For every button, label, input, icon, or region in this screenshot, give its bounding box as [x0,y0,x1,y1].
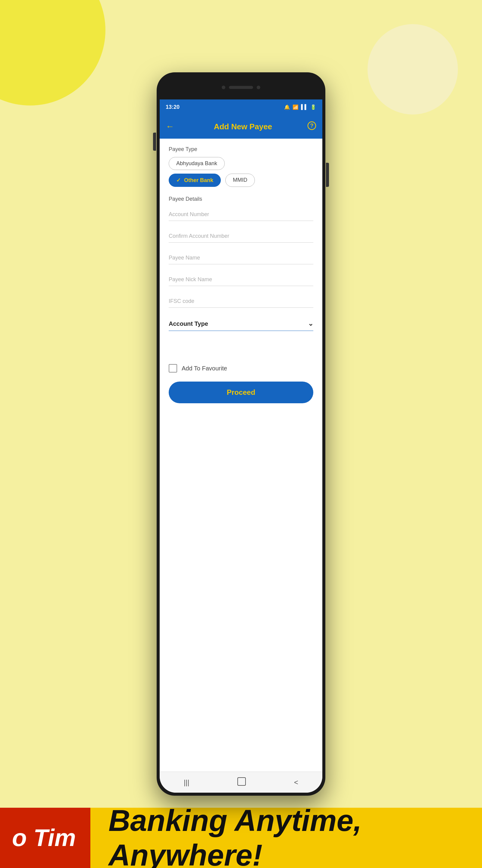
bg-blob-bottom-left [30,733,105,808]
help-button[interactable]: ? [307,121,316,132]
menu-nav-button[interactable]: ||| [184,778,190,786]
payee-name-input[interactable] [169,252,313,264]
confirm-account-number-input[interactable] [169,230,313,243]
mmid-label: MMID [233,177,247,183]
proceed-button[interactable]: Proceed [169,381,313,403]
phone-notch [214,83,268,92]
abhyudaya-label: Abhyudaya Bank [176,160,217,166]
bottom-banner-red: o Tim [0,808,90,868]
favourite-checkbox[interactable] [169,364,177,373]
account-type-label: Account Type [169,320,208,327]
payee-type-row-2: ✓ Other Bank MMID [169,174,313,187]
payee-nick-name-input[interactable] [169,273,313,286]
camera-dot [222,86,225,89]
status-bar: 13:20 🔔 📶 ▌▌ 🔋 [160,99,322,115]
other-bank-label: Other Bank [184,177,213,183]
page-title: Add New Payee [179,122,307,131]
favourite-row: Add To Favourite [169,364,313,373]
status-icons: 🔔 📶 ▌▌ 🔋 [284,104,316,110]
account-number-field [169,208,313,221]
back-nav-button[interactable]: < [294,778,298,786]
payee-type-label: Payee Type [169,146,313,153]
bottom-nav: ||| < [160,772,322,793]
check-icon: ✓ [176,177,181,183]
speaker-bar [229,86,253,89]
account-type-dropdown[interactable]: Account Type ⌄ [169,317,313,331]
alarm-icon: 🔔 [284,104,290,110]
payee-type-mmid[interactable]: MMID [225,174,255,187]
payee-type-options: Abhyudaya Bank ✓ Other Bank MMID [169,157,313,187]
payee-type-row-1: Abhyudaya Bank [169,157,313,170]
back-button[interactable]: ← [166,122,174,131]
phone-volume-button [153,133,156,151]
screen-content: Payee Type Abhyudaya Bank ✓ Other Bank [160,138,322,772]
home-nav-button[interactable] [237,777,246,787]
wifi-icon: 📶 [292,104,298,110]
payee-type-abhyudaya[interactable]: Abhyudaya Bank [169,157,225,170]
battery-icon: 🔋 [310,104,316,110]
status-time: 13:20 [166,104,180,110]
ifsc-code-field [169,295,313,308]
phone-notch-area [160,75,322,99]
phone-frame: 13:20 🔔 📶 ▌▌ 🔋 ← Add New Payee ? [157,72,325,796]
account-number-input[interactable] [169,208,313,221]
camera-dot-2 [257,86,260,89]
signal-icon: ▌▌ [301,104,308,110]
bg-blob-top-right [367,24,458,115]
payee-type-other-bank[interactable]: ✓ Other Bank [169,174,221,187]
chevron-down-icon: ⌄ [308,320,313,328]
payee-type-section: Payee Type Abhyudaya Bank ✓ Other Bank [169,146,313,187]
payee-nick-name-field [169,273,313,286]
svg-text:?: ? [310,123,314,129]
bg-blob-top-left [0,0,105,105]
ifsc-code-input[interactable] [169,295,313,308]
phone-power-button [326,163,329,187]
phone-screen: 13:20 🔔 📶 ▌▌ 🔋 ← Add New Payee ? [160,99,322,793]
app-header: ← Add New Payee ? [160,115,322,138]
payee-details-label: Payee Details [169,196,313,202]
home-icon [237,777,246,786]
payee-name-field [169,252,313,264]
spacer [169,340,313,364]
favourite-label: Add To Favourite [182,365,227,372]
confirm-account-number-field [169,230,313,243]
bottom-banner-red-text: o Tim [12,824,76,852]
